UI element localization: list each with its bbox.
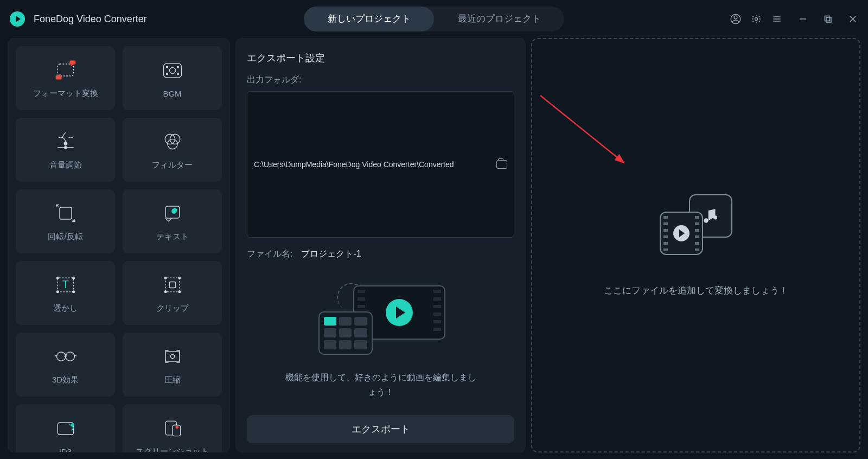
- tool-clip[interactable]: クリップ: [123, 261, 222, 325]
- svg-point-26: [72, 291, 74, 293]
- output-folder-path: C:\Users\DumpMedia\FoneDog Video Convert…: [254, 160, 491, 169]
- project-tabs: 新しいプロジェクト 最近のプロジェクト: [304, 7, 564, 31]
- file-name-input[interactable]: [301, 250, 410, 259]
- svg-point-14: [64, 142, 67, 145]
- svg-point-15: [64, 146, 67, 149]
- svg-rect-35: [165, 351, 180, 361]
- tool-bgm[interactable]: BGM: [123, 46, 222, 110]
- svg-point-9: [169, 67, 175, 73]
- svg-point-13: [177, 73, 178, 74]
- tab-new-project[interactable]: 新しいプロジェクト: [304, 7, 434, 31]
- tool-label: クリップ: [156, 303, 189, 314]
- browse-folder-icon[interactable]: [496, 160, 507, 169]
- filter-icon: [161, 130, 184, 154]
- export-settings-panel: エクスポート設定 出力フォルダ: C:\Users\DumpMedia\Fone…: [235, 38, 526, 452]
- rotate-flip-icon: [54, 201, 78, 225]
- svg-point-38: [71, 423, 74, 426]
- watermark-icon: T: [54, 273, 78, 297]
- tool-text[interactable]: テキスト: [123, 189, 222, 253]
- tool-label: 透かし: [53, 303, 78, 314]
- titlebar: FoneDog Video Converter 新しいプロジェクト 最近のプロジ…: [0, 0, 868, 38]
- window-close[interactable]: [847, 14, 858, 24]
- editor-placeholder: 機能を使用して、好きのように動画を編集しましょう！: [247, 270, 514, 415]
- tools-sidebar: フォーマット変換 BGM 音量調節 フィルター 回転/反転: [8, 38, 230, 452]
- tool-watermark[interactable]: T 透かし: [16, 261, 115, 325]
- svg-point-12: [166, 73, 168, 74]
- svg-rect-27: [165, 278, 180, 292]
- tool-label: フォーマット変換: [33, 88, 98, 99]
- window-maximize[interactable]: [822, 14, 833, 24]
- dropzone-text: ここにファイルを追加して変換しましょう！: [604, 284, 788, 297]
- svg-point-23: [56, 277, 59, 279]
- play-icon: [386, 299, 413, 326]
- tool-label: 3D効果: [52, 375, 79, 385]
- svg-point-32: [178, 291, 181, 293]
- svg-point-10: [166, 66, 168, 68]
- svg-point-41: [175, 425, 178, 429]
- format-convert-icon: [54, 58, 78, 82]
- app-logo-icon: [10, 11, 25, 27]
- tab-recent-projects[interactable]: 最近のプロジェクト: [434, 7, 564, 31]
- export-settings-title: エクスポート設定: [247, 52, 514, 65]
- tool-id3[interactable]: ID3: [16, 404, 115, 452]
- svg-rect-7: [69, 60, 75, 64]
- svg-rect-6: [55, 75, 61, 79]
- tool-format-convert[interactable]: フォーマット変換: [16, 46, 115, 110]
- tool-label: 圧縮: [164, 375, 181, 385]
- tool-label: ID3: [59, 447, 72, 453]
- tool-label: 回転/反転: [48, 232, 82, 242]
- id3-icon: [54, 417, 78, 441]
- svg-rect-4: [826, 17, 831, 22]
- svg-point-2: [755, 18, 758, 21]
- window-minimize[interactable]: [797, 14, 808, 24]
- export-button[interactable]: エクスポート: [247, 415, 514, 443]
- svg-point-25: [56, 291, 59, 293]
- svg-text:T: T: [62, 278, 68, 290]
- dropzone-illustration: [660, 194, 732, 255]
- tool-volume[interactable]: 音量調節: [16, 118, 115, 182]
- tool-screenshot[interactable]: スクリーンショット: [123, 404, 222, 452]
- file-dropzone[interactable]: ここにファイルを追加して変換しましょう！: [531, 38, 860, 452]
- compress-icon: [161, 345, 184, 368]
- tool-label: フィルター: [152, 160, 193, 170]
- tool-label: テキスト: [156, 232, 189, 242]
- svg-point-42: [713, 215, 717, 219]
- svg-point-29: [164, 277, 167, 279]
- play-mini-icon: [673, 225, 690, 241]
- svg-rect-19: [60, 207, 72, 219]
- svg-rect-3: [825, 16, 830, 21]
- svg-point-31: [164, 291, 167, 293]
- svg-rect-28: [169, 282, 175, 288]
- gear-icon[interactable]: [750, 12, 763, 25]
- music-note-icon: [701, 205, 720, 227]
- tool-label: 音量調節: [49, 160, 82, 170]
- volume-icon: [54, 130, 78, 154]
- svg-point-11: [177, 66, 178, 68]
- svg-point-30: [178, 277, 181, 279]
- editor-illustration: [313, 285, 449, 356]
- tool-label: BGM: [163, 89, 181, 98]
- svg-point-36: [170, 354, 174, 358]
- output-folder-field[interactable]: C:\Users\DumpMedia\FoneDog Video Convert…: [247, 91, 514, 238]
- output-folder-label: 出力フォルダ:: [247, 74, 514, 86]
- tool-label: スクリーンショット: [136, 447, 209, 453]
- account-icon[interactable]: [729, 12, 742, 25]
- tool-3d-effect[interactable]: 3D効果: [16, 333, 115, 397]
- tool-filter[interactable]: フィルター: [123, 118, 222, 182]
- glasses-3d-icon: [54, 345, 78, 368]
- app-title: FoneDog Video Converter: [34, 14, 147, 25]
- screenshot-icon: [161, 416, 184, 440]
- file-name-label: ファイル名:: [247, 248, 292, 260]
- menu-icon[interactable]: [770, 12, 783, 25]
- editor-placeholder-text: 機能を使用して、好きのように動画を編集しましょう！: [283, 370, 478, 399]
- clip-icon: [161, 273, 184, 297]
- svg-rect-8: [163, 63, 181, 78]
- tool-compress[interactable]: 圧縮: [123, 333, 222, 397]
- svg-point-0: [734, 16, 737, 19]
- svg-point-24: [72, 277, 74, 279]
- bgm-icon: [161, 59, 184, 82]
- text-icon: [161, 201, 184, 225]
- tool-rotate-flip[interactable]: 回転/反転: [16, 189, 115, 253]
